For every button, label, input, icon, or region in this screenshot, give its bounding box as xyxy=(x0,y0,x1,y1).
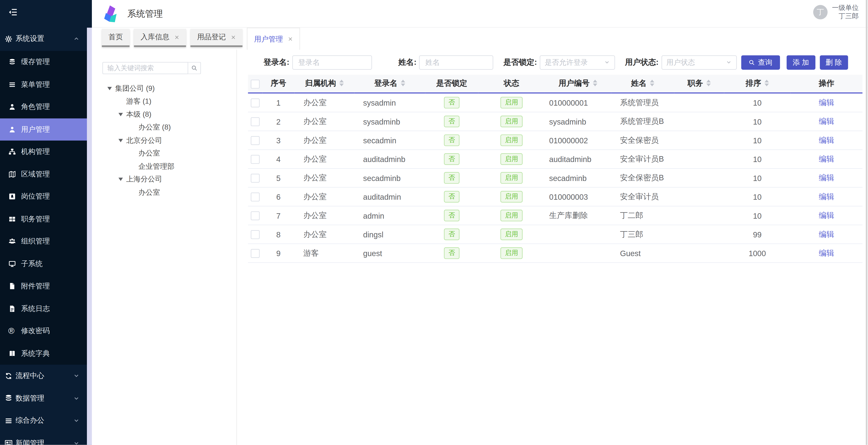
table-row: 2 办公室 sysadminb 否 启用 sysadminb 系统管理员B 10… xyxy=(248,112,863,131)
row-checkbox[interactable] xyxy=(251,99,259,107)
sidebar-item-menu[interactable]: 菜单管理 xyxy=(0,73,87,96)
delete-button[interactable]: 删 除 xyxy=(820,55,848,69)
close-icon[interactable] xyxy=(231,34,236,39)
row-checkbox[interactable] xyxy=(251,230,259,239)
edit-link[interactable]: 编辑 xyxy=(819,229,834,238)
tree-node-office-local[interactable]: 办公室 (8) xyxy=(92,121,236,134)
file-icon xyxy=(8,282,16,290)
status-badge: 启用 xyxy=(500,116,523,127)
close-icon[interactable] xyxy=(288,37,293,41)
database-icon xyxy=(4,394,13,403)
sort-control[interactable] xyxy=(764,80,769,87)
tree-expand-icon[interactable] xyxy=(119,113,123,116)
sidebar-group-process-center[interactable]: 流程中心 xyxy=(0,365,87,387)
sidebar-item-subsystem[interactable]: 子系统 xyxy=(0,253,87,275)
tree-node-enterprise-dept[interactable]: 企业管理部 xyxy=(92,160,236,173)
login-filter-input[interactable] xyxy=(292,55,372,69)
chevron-down-icon xyxy=(73,395,80,402)
user-box[interactable]: 丁 一级单位 丁三郎 xyxy=(813,4,859,21)
edit-link[interactable]: 编辑 xyxy=(819,248,834,257)
sidebar-item-cache[interactable]: 缓存管理 xyxy=(0,51,87,73)
page-title: 系统管理 xyxy=(127,8,163,20)
edit-link[interactable]: 编辑 xyxy=(819,211,834,219)
sidebar-group-data-management[interactable]: 数据管理 xyxy=(0,387,87,409)
page-scrollbar[interactable] xyxy=(866,0,867,445)
tree-node-office-shanghai[interactable]: 办公室 xyxy=(92,186,236,199)
sidebar-item-syslog[interactable]: 系统日志 xyxy=(0,297,87,320)
edit-link[interactable]: 编辑 xyxy=(819,192,834,201)
sidebar-item-role[interactable]: 角色管理 xyxy=(0,96,87,118)
table-row: 5 办公室 secadminb 否 启用 secadminb 安全保密员B 10… xyxy=(248,168,863,187)
chevron-down-icon xyxy=(73,440,80,445)
chevron-up-icon xyxy=(73,35,80,42)
sidebar-submenu: 缓存管理 菜单管理 角色管理 用户管理 机构管理 区域管理 岗位管理 职务管理 … xyxy=(0,51,92,365)
name-filter-input[interactable] xyxy=(419,55,494,69)
sidebar-item-attachment[interactable]: 附件管理 xyxy=(0,275,87,297)
edit-link[interactable]: 编辑 xyxy=(819,173,834,182)
sidebar-scrollbar[interactable] xyxy=(87,28,92,445)
locked-filter-select[interactable]: 是否允许登录 xyxy=(540,55,615,69)
edit-link[interactable]: 编辑 xyxy=(819,135,834,144)
add-button[interactable]: 添 加 xyxy=(786,55,815,69)
edit-link[interactable]: 编辑 xyxy=(819,117,834,125)
search-button[interactable]: 查询 xyxy=(741,55,780,69)
tab-supplies-register[interactable]: 用品登记 xyxy=(190,29,243,47)
row-checkbox[interactable] xyxy=(251,193,259,201)
tree-expand-icon[interactable] xyxy=(119,139,123,142)
col-duty: 职务 xyxy=(674,75,724,93)
avatar[interactable]: 丁 xyxy=(813,5,828,20)
sidebar-item-dictionary[interactable]: 系统字典 xyxy=(0,342,87,365)
row-checkbox[interactable] xyxy=(251,174,259,183)
tab-home[interactable]: 首页 xyxy=(102,29,130,47)
sidebar-item-organization[interactable]: 机构管理 xyxy=(0,140,87,163)
edit-link[interactable]: 编辑 xyxy=(819,154,834,163)
row-checkbox[interactable] xyxy=(251,155,259,164)
tree-search-input[interactable] xyxy=(102,62,188,74)
filter-bar: 登录名: 姓名: 是否锁定: 是否允许登录 用户状态: 用户状态 查询 添 加 … xyxy=(238,50,868,75)
sidebar-group-system-settings[interactable]: 系统设置 xyxy=(0,27,87,51)
tree-expand-icon[interactable] xyxy=(119,178,123,181)
app-header: 系统管理 丁 一级单位 丁三郎 xyxy=(92,0,868,28)
close-icon[interactable] xyxy=(174,34,179,39)
tree-node-shanghai-branch[interactable]: 上海分公司 xyxy=(92,173,236,186)
tab-user-management[interactable]: 用户管理 xyxy=(247,28,300,50)
sort-control[interactable] xyxy=(650,80,654,87)
row-checkbox[interactable] xyxy=(251,136,259,145)
sort-control[interactable] xyxy=(706,80,711,87)
table-row: 1 办公室 sysadmin 否 启用 010000001 系统管理员 10 编… xyxy=(248,93,863,112)
sidebar-item-group[interactable]: 组织管理 xyxy=(0,230,87,253)
tree-node-local-level[interactable]: 本级 (8) xyxy=(92,108,236,121)
tree-search-button[interactable] xyxy=(188,62,201,74)
tree-node-group-company[interactable]: 集团公司 (9) xyxy=(92,82,236,95)
status-filter-select[interactable]: 用户状态 xyxy=(661,55,737,69)
collapse-sidebar-icon[interactable] xyxy=(8,7,18,17)
sort-control[interactable] xyxy=(593,80,597,87)
select-all-checkbox[interactable] xyxy=(251,80,259,88)
sort-control[interactable] xyxy=(339,80,344,87)
sidebar-item-user[interactable]: 用户管理 xyxy=(0,118,87,140)
search-icon xyxy=(191,65,197,71)
sidebar-item-position[interactable]: 岗位管理 xyxy=(0,185,87,208)
tree-node-guest[interactable]: 游客 (1) xyxy=(92,95,236,108)
edit-link[interactable]: 编辑 xyxy=(819,98,834,106)
tree-node-beijing-branch[interactable]: 北京分公司 xyxy=(92,134,236,147)
sidebar-group-general-office[interactable]: 综合办公 xyxy=(0,410,87,432)
tree-expand-icon[interactable] xyxy=(107,87,112,90)
user-org: 一级单位 xyxy=(832,4,859,12)
sidebar-item-change-password[interactable]: 修改密码 xyxy=(0,320,87,342)
locked-badge: 否 xyxy=(444,97,460,108)
sidebar-item-duty[interactable]: 职务管理 xyxy=(0,208,87,230)
sidebar-group-news-management[interactable]: 新闻管理 xyxy=(0,432,87,445)
status-badge: 启用 xyxy=(500,210,523,221)
sidebar-bottom-groups: 流程中心 数据管理 综合办公 新闻管理 xyxy=(0,365,92,445)
row-checkbox[interactable] xyxy=(251,212,259,220)
sidebar-item-region[interactable]: 区域管理 xyxy=(0,163,87,185)
tab-inbound-info[interactable]: 入库信息 xyxy=(134,29,186,47)
sort-control[interactable] xyxy=(401,80,405,87)
row-checkbox[interactable] xyxy=(251,117,259,126)
tree-node-office-beijing[interactable]: 办公室 xyxy=(92,147,236,160)
recycle-icon xyxy=(4,372,13,380)
row-checkbox[interactable] xyxy=(251,249,259,258)
locked-badge: 否 xyxy=(444,191,460,202)
newspaper-icon xyxy=(4,439,13,445)
